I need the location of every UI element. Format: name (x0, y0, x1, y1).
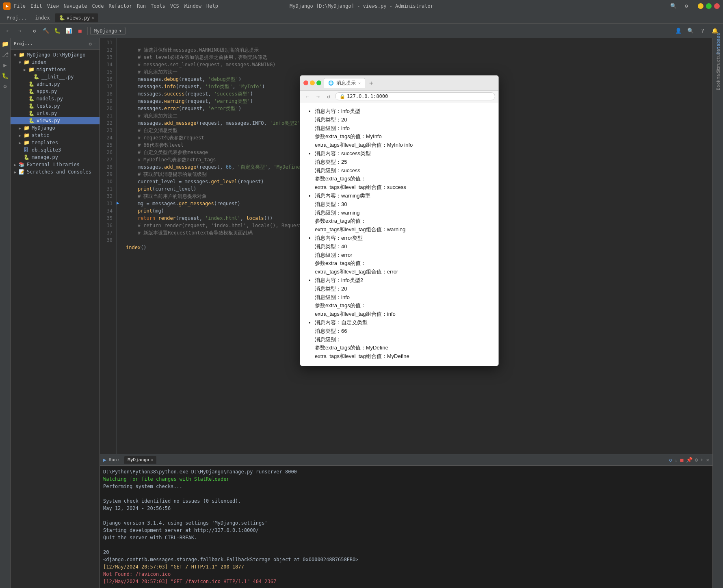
tree-item-manage[interactable]: 🐍 manage.py (11, 154, 100, 161)
menu-view[interactable]: View (47, 3, 59, 9)
tab-project[interactable]: Proj... (3, 13, 30, 22)
py-icon: 🐍 (33, 74, 40, 80)
menu-edit[interactable]: Edit (30, 3, 42, 9)
msg-content: 消息内容：info类型2 (315, 276, 492, 285)
expand-arrow: ▶ (19, 141, 24, 145)
services-icon[interactable]: ⚙ (1, 82, 9, 90)
terminal-line: Not Found: /favicon.ico (103, 571, 709, 578)
browser-tab-close-icon[interactable]: ✕ (358, 81, 361, 85)
msg-extra-tags: 参数extra_tags的值： (315, 217, 492, 226)
tree-item-root[interactable]: ▼ 📁 MyDjango D:\MyDjango (11, 51, 100, 59)
search-everywhere-btn[interactable]: 🔍 (669, 1, 678, 11)
py-icon: 🐍 (28, 96, 35, 102)
structure-panel-icon[interactable]: Structure (714, 57, 722, 65)
browser-forward-btn[interactable]: → (314, 93, 322, 100)
panel-title: Proj... (14, 41, 32, 46)
restart-icon[interactable]: ↺ (669, 457, 672, 463)
settings-icon[interactable]: ⚙ (695, 457, 698, 463)
browser-close-btn[interactable] (303, 80, 308, 85)
commit-icon[interactable]: ⎇ (1, 50, 9, 59)
minimize-button[interactable] (698, 3, 704, 9)
msg-type: 消息类型：20 (315, 285, 492, 293)
panel-header-icons: ⚙ − (89, 41, 96, 47)
toolbar: ← → ↺ 🔨 🐛 📊 ■ MyDjango ▾ 👤 🔍 ? 🔔 (0, 24, 723, 38)
database-panel-icon[interactable]: Database (714, 40, 722, 48)
close-button[interactable] (714, 3, 720, 9)
search-btn[interactable]: 🔍 (686, 26, 695, 36)
menu-vcs[interactable]: VCS (170, 3, 179, 9)
browser-back-btn[interactable]: ← (303, 93, 312, 100)
browser-address-bar[interactable]: 🔒 127.0.0.1:8000 (335, 92, 495, 100)
tree-item-admin[interactable]: 🐍 admin.py (11, 80, 100, 88)
settings-btn[interactable]: ⚙ (682, 1, 691, 11)
tab-views[interactable]: 🐍 views.py ✕ (55, 13, 98, 22)
tree-item-urls[interactable]: 🐍 urls.py (11, 110, 100, 117)
menu-run[interactable]: Run (137, 3, 146, 9)
tree-item-mydjango-pkg[interactable]: ▶ 📁 MyDjango (11, 124, 100, 132)
tree-item-label: External Libraries (27, 162, 80, 167)
menu-refactor[interactable]: Refactor (108, 3, 132, 9)
scroll-down-icon[interactable]: ↓ (675, 457, 678, 463)
build-btn[interactable]: 🔨 (41, 26, 51, 36)
bookmarks-panel-icon[interactable]: Bookmarks (714, 74, 722, 82)
browser-min-btn[interactable] (310, 80, 315, 85)
tree-item-templates[interactable]: ▶ 📁 templates (11, 139, 100, 146)
tree-item-scratches[interactable]: ▶ 📝 Scratches and Consoles (11, 168, 100, 176)
tree-item-migrations[interactable]: ▶ 📁 migrations (11, 66, 100, 73)
tree-item-tests[interactable]: 🐍 tests.py (11, 102, 100, 110)
gear-icon[interactable]: ⚙ (89, 41, 92, 47)
run-coverage-btn[interactable]: 📊 (64, 26, 74, 36)
debug-btn[interactable]: 🐛 (52, 26, 62, 36)
close-icon[interactable]: ✕ (706, 457, 709, 463)
terminal-content[interactable]: D:\Python\Python38\python.exe D:\MyDjang… (100, 466, 712, 588)
server-link[interactable]: http://127.0.0.1:8000/ (194, 527, 259, 533)
menu-window[interactable]: Window (184, 3, 201, 9)
list-item: 消息内容：info类型 消息类型：20 消息级别：info 参数extra_ta… (315, 107, 492, 150)
browser-tab-add-btn[interactable]: + (369, 79, 373, 87)
project-selector[interactable]: MyDjango ▾ (90, 27, 126, 35)
tab-close-icon[interactable]: ✕ (92, 15, 94, 20)
project-icon[interactable]: 📁 (1, 40, 9, 48)
menu-navigate[interactable]: Navigate (64, 3, 87, 9)
help-btn[interactable]: ? (698, 26, 708, 36)
tab-close[interactable]: ✕ (151, 458, 153, 462)
terminal-line: Quit the server with CTRL-BREAK. (103, 534, 709, 541)
project-panel: Proj... ⚙ − ▼ 📁 MyDjango D:\MyDjango ▼ 📁… (11, 38, 100, 588)
menu-tools[interactable]: Tools (151, 3, 165, 9)
minus-icon[interactable]: − (93, 41, 96, 47)
menu-file[interactable]: File (14, 3, 26, 9)
folder-icon: 📁 (24, 59, 30, 65)
tree-item-init[interactable]: 🐍 __init__.py (11, 73, 100, 80)
tab-index[interactable]: index (32, 13, 53, 22)
browser-refresh-btn[interactable]: ↺ (325, 93, 333, 100)
tree-item-views[interactable]: 🐍 views.py (11, 117, 100, 124)
tree-item-index[interactable]: ▼ 📁 index (11, 59, 100, 66)
browser-window: 🌐 消息提示 ✕ + ← → ↺ 🔒 127.0.0.1:8000 消息内容：i… (300, 75, 499, 366)
expand-icon[interactable]: ⬆ (700, 457, 704, 463)
forward-btn[interactable]: → (15, 26, 24, 36)
refresh-btn[interactable]: ↺ (30, 26, 39, 36)
list-item: 消息内容：success类型 消息类型：25 消息级别：success 参数ex… (315, 150, 492, 192)
avatar-btn[interactable]: 👤 (673, 26, 683, 36)
tree-item-apps[interactable]: 🐍 apps.py (11, 88, 100, 95)
menu-code[interactable]: Code (92, 3, 104, 9)
browser-max-btn[interactable] (316, 80, 321, 85)
back-btn[interactable]: ← (3, 26, 13, 36)
tree-item-models[interactable]: 🐍 models.py (11, 95, 100, 102)
debug-sidebar-icon[interactable]: 🐛 (1, 72, 9, 80)
pin-icon[interactable]: 📌 (686, 457, 693, 463)
run-icon[interactable]: ▶ (103, 457, 106, 463)
msg-extra-tags: 参数extra_tags的值： (315, 175, 492, 183)
tree-item-ext-libs[interactable]: ▶ 📚 External Libraries (11, 161, 100, 168)
toolbar-right: 👤 🔍 ? 🔔 (673, 26, 720, 36)
maximize-button[interactable] (706, 3, 712, 9)
browser-tab[interactable]: 🌐 消息提示 ✕ (324, 78, 365, 88)
run-icon[interactable]: ▶ (1, 61, 9, 69)
tree-item-static[interactable]: ▶ 📁 static (11, 132, 100, 139)
msg-combined: extra_tags和level_tag组合值：MyInfo info (315, 141, 492, 150)
stop-icon[interactable]: ■ (680, 457, 684, 463)
stop-btn[interactable]: ■ (75, 26, 85, 36)
terminal-tab-mydjango[interactable]: MyDjango ✕ (124, 456, 156, 464)
menu-help[interactable]: Help (206, 3, 218, 9)
tree-item-db[interactable]: 🗄 db.sqlite3 (11, 146, 100, 154)
